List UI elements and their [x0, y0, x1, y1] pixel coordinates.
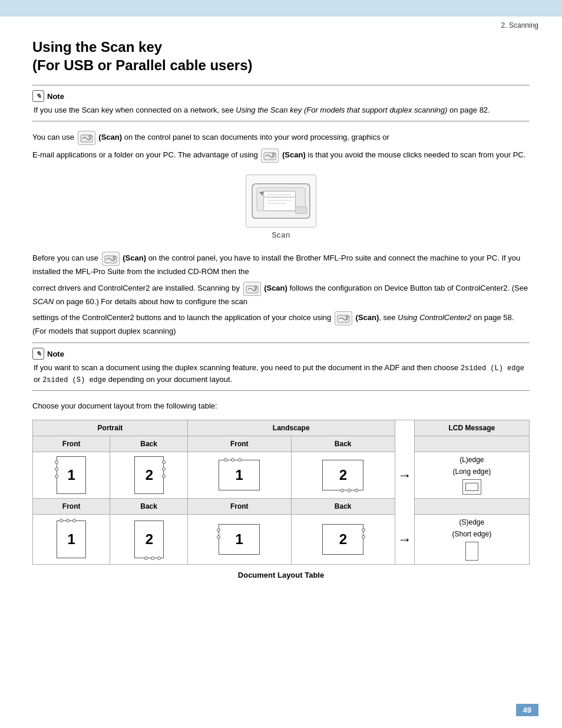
scan-button-icon-5: [335, 311, 352, 325]
landscape-front-header-2: Front: [187, 499, 291, 515]
scan-button-icon-1: [78, 131, 95, 145]
portrait-front-header-2: Front: [33, 499, 110, 515]
lcd-screen-2: [465, 542, 478, 561]
body-para-2: E-mail applications or a folder on your …: [32, 149, 530, 163]
landscape-front-header: Front: [187, 436, 291, 452]
scan-button-icon-4: [243, 282, 261, 296]
doc-landscape-back-1: 2: [322, 460, 363, 490]
top-bar: [0, 0, 562, 17]
body-para-3: Before you can use (Scan) on the control…: [32, 252, 530, 278]
doc-landscape-front-2: 1: [219, 524, 260, 555]
svg-rect-13: [295, 207, 307, 214]
landscape-back-header: Back: [291, 436, 395, 452]
body-para-5: settings of the ControlCenter2 buttons a…: [32, 311, 530, 338]
note-box-2: ✎ Note If you want to scan a document us…: [32, 342, 530, 391]
doc-portrait-front-1: 1: [57, 456, 86, 494]
table-cell-landscape-front-2: 1: [187, 515, 291, 565]
note-icon-2: ✎: [32, 348, 44, 360]
page-header: 2. Scanning: [0, 17, 562, 32]
table-cell-lcd-2: (S)edge (Short edge): [414, 515, 529, 565]
doc-portrait-front-2: 1: [57, 521, 86, 558]
col-lcd: LCD Message: [414, 420, 529, 436]
table-cell-landscape-back-1: 2: [291, 452, 395, 499]
table-cell-landscape-front-1: 1: [187, 452, 291, 499]
note-title-2: ✎ Note: [32, 348, 530, 360]
lcd-screen-1: [462, 479, 481, 495]
col-landscape: Landscape: [187, 420, 395, 436]
portrait-back-header: Back: [110, 436, 187, 452]
page-number: 49: [516, 704, 538, 716]
table-cell-portrait-back-2: 2: [110, 515, 187, 565]
note-title-1: ✎ Note: [32, 90, 530, 102]
page-title: Using the Scan key (For USB or Parallel …: [32, 38, 530, 74]
arrow-2: →: [395, 515, 414, 565]
portrait-front-header: Front: [33, 436, 110, 452]
table-intro: Choose your document layout from the fol…: [32, 400, 530, 413]
col-portrait: Portrait: [33, 420, 188, 436]
landscape-back-header-2: Back: [291, 499, 395, 515]
layout-table: Portrait Landscape LCD Message Front Bac…: [32, 420, 530, 565]
note-text-1: If you use the Scan key when connected o…: [32, 104, 530, 116]
body-para-1: You can use (Scan) on the control panel …: [32, 131, 530, 145]
svg-rect-6: [264, 191, 296, 210]
table-cell-portrait-back-1: 2: [110, 452, 187, 499]
table-caption: Document Layout Table: [32, 571, 530, 579]
note-text-2: If you want to scan a document using the…: [32, 362, 530, 386]
section-label: 2. Scanning: [501, 21, 538, 29]
table-cell-portrait-front-2: 1: [33, 515, 110, 565]
scan-button-icon-2: [261, 149, 279, 163]
content-area: Using the Scan key (For USB or Parallel …: [0, 32, 562, 597]
lcd-message-2: (S)edge (Short edge): [417, 518, 527, 561]
table-cell-landscape-back-2: 2: [291, 515, 395, 565]
doc-landscape-back-2: 2: [322, 524, 363, 555]
table-cell-lcd-1: (L)edge (Long edge): [414, 452, 529, 499]
scan-key-image: [246, 174, 316, 228]
body-para-4: correct drivers and ControlCenter2 are i…: [32, 282, 530, 308]
note-icon-1: ✎: [32, 90, 44, 102]
doc-portrait-back-2: 2: [134, 521, 164, 558]
scan-button-icon-3: [102, 252, 120, 266]
portrait-back-header-2: Back: [110, 499, 187, 515]
doc-landscape-front-1: 1: [219, 460, 260, 490]
doc-portrait-back-1: 2: [134, 456, 164, 494]
note-box-1: ✎ Note If you use the Scan key when conn…: [32, 85, 530, 121]
scan-image-container: Scan: [32, 174, 530, 240]
table-cell-portrait-front-1: 1: [33, 452, 110, 499]
lcd-message-1: (L)edge (Long edge): [417, 456, 527, 495]
scan-key-label: Scan: [32, 231, 530, 240]
arrow-1: →: [395, 452, 414, 499]
